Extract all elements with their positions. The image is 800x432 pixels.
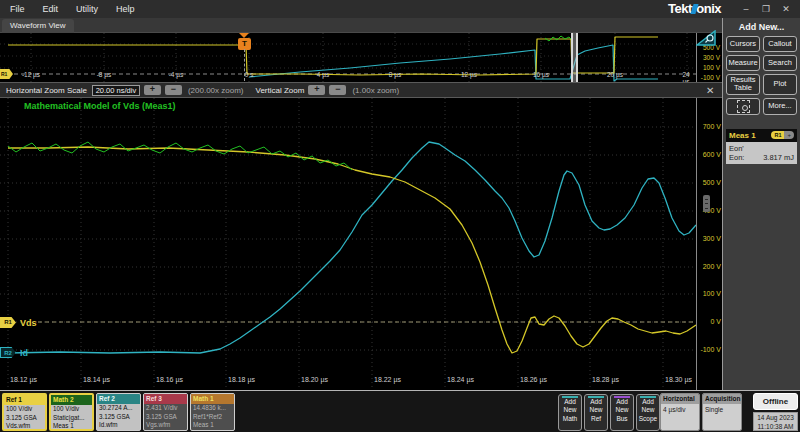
channel-badge-title: Math 1 bbox=[191, 394, 234, 404]
overview-graticule[interactable]: -12 µs-8 µs-4 µs0 s4 µs8 µs12 µs16 µs20 … bbox=[0, 33, 697, 82]
minimize-icon[interactable]: – bbox=[736, 0, 756, 18]
overview-tick-label: 0 s bbox=[245, 71, 254, 78]
menu-utility[interactable]: Utility bbox=[76, 4, 98, 14]
channel-badge-row: 100 V/div bbox=[51, 405, 92, 414]
search-button[interactable]: Search bbox=[763, 55, 797, 71]
meas-result-row: Eon:3.817 mJ bbox=[729, 153, 794, 162]
tektronix-logo: Tektronix bbox=[668, 1, 721, 16]
handle-id[interactable]: R2Id bbox=[0, 347, 28, 358]
r2-badge: R2 bbox=[0, 347, 16, 358]
overview-tick-label: -12 µs bbox=[22, 71, 40, 78]
main-tick-label: 18.12 µs bbox=[10, 376, 37, 383]
add-new-bus-button[interactable]: AddNewBus bbox=[610, 394, 634, 431]
menu-help[interactable]: Help bbox=[116, 4, 135, 14]
results-panel: Add New... CursorsCalloutMeasureSearchRe… bbox=[722, 18, 800, 390]
splitter-handle[interactable] bbox=[703, 195, 710, 212]
overview-tick-label: -4 µs bbox=[169, 71, 184, 78]
meas1-name: Meas 1 bbox=[729, 131, 756, 140]
channel-badge-row: Meas 1 bbox=[51, 422, 92, 431]
scope-application-window: FileEditUtilityHelp Tektronix –❐✕ Wavefo… bbox=[0, 0, 800, 432]
main-volt-label: -100 V bbox=[698, 346, 721, 353]
channel-badge-ref1[interactable]: Ref 1100 V/div3.125 GSAVds.wfm bbox=[2, 393, 47, 431]
restore-icon[interactable]: ❐ bbox=[756, 0, 776, 18]
horizontal-badge[interactable]: Horizontal 4 µs/div bbox=[660, 393, 700, 431]
channel-badge-row: 100 V/div bbox=[4, 405, 45, 414]
title-bar: FileEditUtilityHelp Tektronix –❐✕ bbox=[0, 0, 800, 18]
zoom-box-button[interactable] bbox=[726, 98, 760, 115]
date-time-display: 14 Aug 2023 11:10:38 AM bbox=[753, 412, 798, 431]
add-new-button-grid: CursorsCalloutMeasureSearchResults Table… bbox=[723, 36, 800, 115]
channel-badge-row: 2.431 V/div bbox=[144, 404, 187, 413]
overview-tick-label: 20 µs bbox=[607, 71, 623, 78]
channel-badge-row: Id.wfm bbox=[97, 421, 140, 430]
overview-tick-label: 8 µs bbox=[389, 71, 401, 78]
main-tick-label: 18.16 µs bbox=[156, 376, 183, 383]
overview-tick-label: 12 µs bbox=[461, 71, 477, 78]
math-annotation: Mathematical Model of Vds (Meas1) bbox=[24, 101, 176, 111]
overview-tick-label: 24 µs bbox=[683, 71, 692, 82]
channel-badge-title: Ref 1 bbox=[4, 395, 45, 405]
callout-button[interactable]: Callout bbox=[763, 36, 797, 52]
horizontal-zoom-minus-button[interactable]: − bbox=[165, 85, 182, 95]
plot-button[interactable]: Plot bbox=[763, 74, 797, 95]
meas1-result-badge[interactable]: Meas 1 R1 + Eon'Eon:3.817 mJ bbox=[726, 129, 797, 164]
channel-badge-row: 30.2724 A... bbox=[97, 404, 140, 413]
meas-result-label: Eon' bbox=[729, 144, 744, 153]
horizontal-zoom-scale-input[interactable]: 20.00 ns/div bbox=[92, 85, 140, 96]
channel-badge-row: Static|gat... bbox=[51, 414, 92, 423]
id-label: Id bbox=[20, 348, 28, 358]
menu-bar: FileEditUtilityHelp bbox=[0, 4, 135, 14]
offline-button[interactable]: Offline bbox=[753, 393, 798, 410]
meas-result-label: Eon: bbox=[729, 153, 744, 162]
vertical-zoom-plus-button[interactable]: + bbox=[308, 85, 325, 95]
overview-tick-label: 16 µs bbox=[533, 71, 549, 78]
vertical-zoom-minus-button[interactable]: − bbox=[329, 85, 346, 95]
overview-volt-label: 100 V bbox=[698, 64, 720, 71]
channel-badge-ref3[interactable]: Ref 32.431 V/div3.125 GSAVgs.wfm bbox=[143, 393, 188, 431]
main-waveform-view: Mathematical Model of Vds (Meas1) 18.12 … bbox=[0, 98, 722, 390]
channel-badge-title: Math 2 bbox=[51, 395, 92, 405]
zoom-window-indicator[interactable] bbox=[571, 33, 578, 82]
add-new-math-button[interactable]: AddNewMath bbox=[558, 394, 582, 431]
main-volt-label: 200 V bbox=[698, 263, 721, 270]
tab-bar: Waveform View bbox=[0, 18, 800, 33]
waveform-overview: -12 µs-8 µs-4 µs0 s4 µs8 µs12 µs16 µs20 … bbox=[0, 33, 722, 82]
menu-edit[interactable]: Edit bbox=[43, 4, 59, 14]
vertical-zoom-label: Vertical Zoom bbox=[256, 86, 305, 95]
main-graticule[interactable]: Mathematical Model of Vds (Meas1) 18.12 … bbox=[0, 98, 697, 390]
zoom-toolbar: Horizontal Zoom Scale 20.00 ns/div + − (… bbox=[0, 82, 722, 98]
results-table-button[interactable]: Results Table bbox=[726, 74, 760, 95]
acquisition-badge[interactable]: Acquisition Single bbox=[702, 393, 742, 431]
measure-button[interactable]: Measure bbox=[726, 55, 760, 71]
channel-badge-math1[interactable]: Math 114.4836 k...Ref1*Ref2Meas 1 bbox=[190, 393, 235, 431]
overview-volt-label: 300 V bbox=[698, 54, 720, 61]
close-icon[interactable]: ✕ bbox=[776, 0, 796, 18]
zoom-close-icon[interactable]: ✕ bbox=[706, 85, 714, 96]
trigger-marker[interactable]: T bbox=[238, 33, 251, 50]
zoom-magnifier-icon[interactable] bbox=[696, 30, 716, 50]
meas-result-row: Eon' bbox=[729, 144, 794, 153]
channel-badge-row: 3.125 GSA bbox=[144, 413, 187, 422]
meas1-source-pill: R1 + bbox=[771, 131, 794, 139]
channel-badge-row: Vds.wfm bbox=[4, 422, 45, 431]
channel-badge-ref2[interactable]: Ref 230.2724 A...3.125 GSAId.wfm bbox=[96, 393, 141, 431]
horizontal-zoom-plus-button[interactable]: + bbox=[144, 85, 161, 95]
overview-tick-label: 4 µs bbox=[317, 71, 329, 78]
bottom-settings-bar: Ref 1100 V/div3.125 GSAVds.wfmMath 2100 … bbox=[0, 390, 800, 432]
cursors-button[interactable]: Cursors bbox=[726, 36, 760, 52]
menu-file[interactable]: File bbox=[10, 4, 25, 14]
handle-vds[interactable]: R1Vds bbox=[0, 317, 37, 328]
magnifier-glyph bbox=[742, 105, 748, 111]
overview-id-trace bbox=[249, 45, 658, 81]
add-new-ref-button[interactable]: AddNewRef bbox=[584, 394, 608, 431]
main-volt-label: 600 V bbox=[698, 151, 721, 158]
add-new-scope-button[interactable]: AddNewScope bbox=[636, 394, 660, 431]
window-controls: –❐✕ bbox=[736, 0, 796, 18]
channel-badge-math2[interactable]: Math 2100 V/divStatic|gat...Meas 1 bbox=[49, 393, 94, 431]
main-tick-label: 18.18 µs bbox=[228, 376, 255, 383]
tab-waveform-view[interactable]: Waveform View bbox=[2, 19, 74, 33]
more--button[interactable]: More... bbox=[763, 98, 797, 115]
r1-badge: R1 bbox=[0, 317, 16, 328]
main-math-trace bbox=[8, 142, 352, 170]
horizontal-zoom-factor: (200.00x zoom) bbox=[188, 86, 244, 95]
